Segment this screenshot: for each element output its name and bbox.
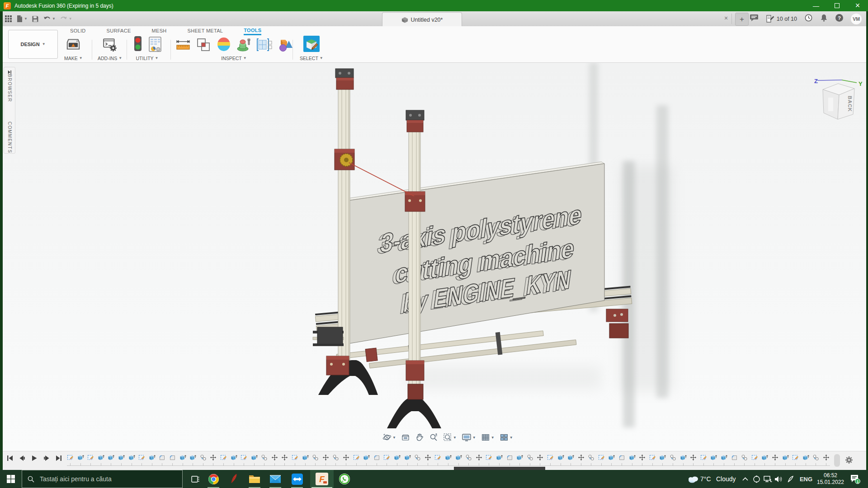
file-menu-button[interactable]: ▼: [16, 15, 28, 23]
timeline-feature-extrude[interactable]: [251, 454, 258, 461]
timeline-feature-extrude[interactable]: [802, 454, 809, 461]
timeline-feature-sketch[interactable]: [383, 454, 390, 461]
pan-icon[interactable]: [414, 432, 425, 443]
pen-icon[interactable]: [786, 470, 796, 488]
job-status-icon[interactable]: [804, 14, 813, 24]
timeline-feature-extrude[interactable]: [721, 454, 727, 461]
right-rail-carriage[interactable]: [606, 309, 628, 338]
model-viewport[interactable]: 3-axis polystyrene cutting machine by EN…: [0, 62, 868, 451]
weather-condition[interactable]: Cloudy: [716, 470, 736, 488]
tab-surface[interactable]: SURFACE: [107, 28, 131, 34]
timeline-feature-joint[interactable]: [312, 454, 319, 461]
go-to-start-button[interactable]: [6, 455, 14, 464]
select-icon[interactable]: [303, 35, 320, 54]
3d-print-icon[interactable]: [65, 36, 81, 54]
feather-app-icon[interactable]: [225, 470, 243, 488]
timeline-feature-sketch[interactable]: [67, 454, 74, 461]
timeline-feature-joint[interactable]: [588, 454, 594, 461]
timeline-feature-joint[interactable]: [465, 454, 472, 461]
version-indicator[interactable]: 10 of 10: [766, 15, 797, 23]
timeline-feature-sketch[interactable]: [751, 454, 758, 461]
timeline-feature-extrude[interactable]: [608, 454, 615, 461]
timeline-feature-extrude[interactable]: [149, 454, 156, 461]
timeline-feature-sketch[interactable]: [220, 454, 227, 461]
timeline-feature-round[interactable]: [159, 454, 165, 461]
timeline-feature-move[interactable]: [690, 454, 697, 461]
new-tab-button[interactable]: +: [735, 13, 749, 26]
timeline-feature-move[interactable]: [578, 454, 585, 461]
grid-settings-icon[interactable]: ▼: [480, 432, 496, 443]
viewports-icon[interactable]: ▼: [498, 432, 514, 443]
notification-center-icon[interactable]: 1: [848, 470, 862, 488]
timeline-feature-joint[interactable]: [200, 454, 207, 461]
timeline-feature-sketch[interactable]: [292, 454, 298, 461]
timeline-feature-extrude[interactable]: [77, 454, 84, 461]
timeline-feature-extrude[interactable]: [128, 454, 135, 461]
start-button[interactable]: [0, 470, 22, 488]
fit-icon[interactable]: ▼: [442, 432, 458, 443]
group-label-make[interactable]: MAKE: [64, 56, 78, 61]
group-label-inspect[interactable]: INSPECT: [221, 56, 242, 61]
timeline-feature-extrude[interactable]: [189, 454, 196, 461]
timeline-feature-joint[interactable]: [261, 454, 268, 461]
undo-button[interactable]: ▼: [43, 15, 56, 22]
file-explorer-icon[interactable]: [245, 470, 264, 488]
redo-button[interactable]: ▼: [60, 15, 72, 22]
close-tab-icon[interactable]: ×: [722, 14, 730, 22]
tab-sheet-metal[interactable]: SHEET METAL: [188, 28, 223, 34]
viewcube[interactable]: Z Y BACK: [814, 78, 863, 119]
timeline-feature-joint[interactable]: [812, 454, 819, 461]
timeline-feature-move[interactable]: [271, 454, 278, 461]
weather-temperature[interactable]: 7°C: [700, 470, 711, 488]
timeline-feature-move[interactable]: [772, 454, 778, 461]
timeline-feature-joint[interactable]: [332, 454, 339, 461]
group-label-select[interactable]: SELECT: [300, 56, 318, 61]
timeline-feature-round[interactable]: [169, 454, 176, 461]
timeline-feature-sketch[interactable]: [353, 454, 360, 461]
app-grid-icon[interactable]: [5, 15, 12, 23]
section-analysis-icon[interactable]: [236, 36, 252, 54]
primitives-icon[interactable]: [277, 37, 293, 54]
close-button[interactable]: ×: [847, 0, 868, 11]
timeline-track[interactable]: [67, 465, 830, 466]
curvature-analysis-icon[interactable]: [216, 36, 232, 54]
timeline-feature-sketch[interactable]: [649, 454, 656, 461]
group-label-utility[interactable]: UTILITY: [136, 56, 153, 61]
timeline-feature-move[interactable]: [476, 454, 482, 461]
timeline-feature-sketch[interactable]: [792, 454, 799, 461]
timeline-feature-extrude[interactable]: [404, 454, 411, 461]
timeline-feature-extrude[interactable]: [659, 454, 666, 461]
document-tab[interactable]: Untitled v20*: [382, 12, 462, 27]
mail-icon[interactable]: [266, 470, 284, 488]
notifications-bell-icon[interactable]: [820, 14, 828, 24]
timeline-settings-gear-icon[interactable]: [844, 455, 854, 466]
timeline-feature-round[interactable]: [618, 454, 625, 461]
browser-panel-tab[interactable]: BROWSER: [7, 74, 12, 102]
play-button[interactable]: [31, 455, 38, 464]
volume-icon[interactable]: [773, 470, 784, 488]
timeline-feature-sketch[interactable]: [547, 454, 554, 461]
tab-solid[interactable]: SOLID: [70, 28, 86, 34]
timeline-feature-joint[interactable]: [527, 454, 533, 461]
timeline-feature-sketch[interactable]: [598, 454, 605, 461]
workspace-selector[interactable]: DESIGN ▼: [8, 30, 58, 59]
timeline-feature-extrude[interactable]: [445, 454, 452, 461]
taskbar-search[interactable]: [22, 470, 183, 488]
timeline-feature-sketch[interactable]: [486, 454, 492, 461]
parameter-table-icon[interactable]: [148, 36, 162, 54]
clock-date[interactable]: 06:52 15.01.2022: [816, 470, 845, 488]
user-avatar[interactable]: VM: [851, 14, 862, 24]
timeline-feature-extrude[interactable]: [629, 454, 636, 461]
timeline-feature-extrude[interactable]: [496, 454, 503, 461]
timeline-feature-round[interactable]: [506, 454, 513, 461]
look-at-icon[interactable]: [400, 432, 411, 443]
language-indicator[interactable]: ENG: [798, 470, 814, 488]
timeline-feature-sketch[interactable]: [700, 454, 707, 461]
hidden-icons-chevron[interactable]: [741, 470, 750, 488]
timeline-feature-move[interactable]: [823, 454, 830, 461]
timeline-feature-extrude[interactable]: [710, 454, 717, 461]
wire-carriage-motor[interactable]: [335, 149, 354, 170]
timeline-feature-extrude[interactable]: [567, 454, 574, 461]
timeline-feature-extrude[interactable]: [179, 454, 186, 461]
timeline-feature-extrude[interactable]: [394, 454, 401, 461]
